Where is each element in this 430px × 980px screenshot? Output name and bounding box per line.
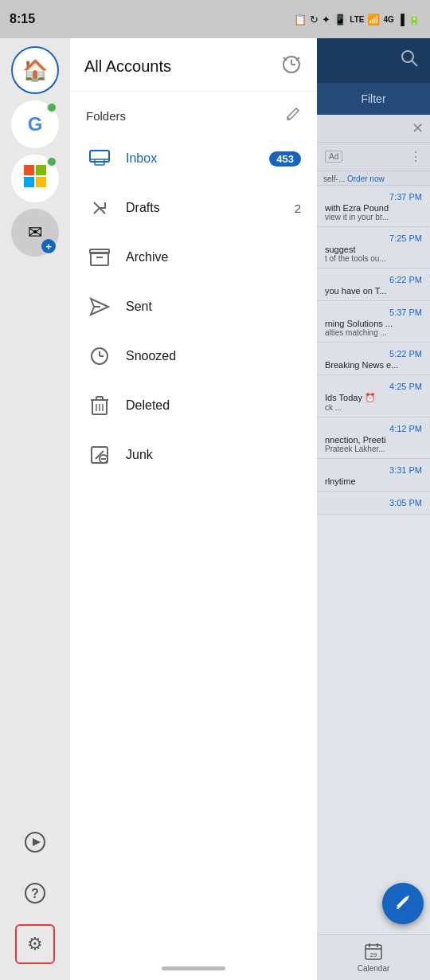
svg-rect-3 bbox=[36, 177, 46, 187]
svg-rect-1 bbox=[36, 165, 46, 175]
folder-item-deleted[interactable]: Deleted bbox=[78, 381, 309, 430]
calendar-label: Calendar bbox=[358, 964, 390, 973]
folder-item-inbox[interactable]: Inbox 453 bbox=[78, 134, 309, 183]
folder-junk-label: Junk bbox=[126, 448, 301, 462]
email-row[interactable]: 7:37 PM with Ezra Pound view it in your … bbox=[317, 186, 430, 227]
app-icon-office[interactable] bbox=[11, 155, 59, 202]
svg-line-18 bbox=[94, 208, 100, 214]
email-time-1: 7:25 PM bbox=[325, 233, 422, 243]
app-icon-google[interactable]: G bbox=[11, 100, 59, 148]
filter-bar[interactable]: Filter bbox=[317, 83, 430, 115]
google-badge bbox=[46, 102, 57, 113]
svg-rect-20 bbox=[90, 249, 109, 253]
search-icon[interactable] bbox=[400, 49, 419, 73]
svg-line-40 bbox=[412, 61, 417, 66]
email-row[interactable]: 5:22 PM Breaking News e... bbox=[317, 343, 430, 375]
drawer-title: All Accounts bbox=[84, 57, 171, 76]
wifi-icon: 📶 bbox=[367, 14, 380, 25]
status-time: 8:15 bbox=[10, 12, 35, 26]
app-icon-home[interactable]: 🏠 bbox=[11, 46, 59, 94]
folder-archive-label: Archive bbox=[126, 250, 301, 265]
folders-header: Folders bbox=[78, 92, 309, 134]
svg-marker-5 bbox=[33, 838, 41, 846]
svg-point-39 bbox=[402, 51, 413, 62]
mail-add-icon: ✉ bbox=[28, 222, 42, 243]
svg-rect-13 bbox=[90, 151, 109, 162]
email-preview-5: ck ... bbox=[325, 403, 422, 412]
calendar-icon: 29 bbox=[365, 943, 382, 964]
svg-text:29: 29 bbox=[370, 951, 377, 958]
email-time-7: 3:31 PM bbox=[325, 465, 422, 475]
email-time-0: 7:37 PM bbox=[325, 192, 422, 202]
app-icon-add-account[interactable]: ✉ + bbox=[11, 209, 59, 257]
calendar-bar[interactable]: 29 Calendar bbox=[317, 934, 430, 980]
junk-icon bbox=[86, 441, 113, 468]
alarm-icon[interactable] bbox=[280, 53, 303, 80]
gear-icon: ⚙ bbox=[27, 934, 43, 955]
svg-text:?: ? bbox=[31, 887, 39, 900]
email-row[interactable]: 7:25 PM suggest t of the tools ou... bbox=[317, 227, 430, 269]
email-row[interactable]: 3:31 PM rlnytime bbox=[317, 459, 430, 492]
email-row[interactable]: 6:22 PM you have on T... bbox=[317, 269, 430, 301]
ad-badge: Ad bbox=[325, 151, 342, 163]
4g-icon: 4G bbox=[383, 15, 393, 24]
email-sender-4: Breaking News e... bbox=[325, 360, 422, 370]
folder-item-drafts[interactable]: Drafts 2 bbox=[78, 183, 309, 233]
scroll-indicator bbox=[162, 966, 225, 970]
folder-item-junk[interactable]: Junk bbox=[78, 430, 309, 480]
svg-rect-0 bbox=[24, 165, 34, 175]
ad-preview: self-... Order now bbox=[317, 171, 430, 186]
deleted-icon bbox=[86, 392, 113, 419]
home-icon: 🏠 bbox=[22, 58, 48, 83]
email-preview-1: t of the tools ou... bbox=[325, 254, 422, 263]
folder-deleted-label: Deleted bbox=[126, 398, 301, 413]
folder-sent-label: Sent bbox=[126, 300, 301, 314]
edit-icon[interactable] bbox=[285, 106, 301, 126]
email-time-3: 5:37 PM bbox=[325, 308, 422, 317]
lte-icon: LTE bbox=[350, 15, 364, 24]
email-sender-1: suggest bbox=[325, 245, 422, 254]
drafts-icon bbox=[86, 194, 113, 221]
folders-section: Folders Inbox 453 bbox=[70, 92, 317, 956]
help-button[interactable]: ? bbox=[15, 873, 55, 913]
email-preview-3: alties matching ... bbox=[325, 328, 422, 337]
svg-rect-2 bbox=[24, 177, 34, 187]
drafts-count: 2 bbox=[295, 202, 301, 215]
left-sidebar: 🏠 G ✉ + ? bbox=[0, 38, 70, 980]
order-now-link[interactable]: Order now bbox=[347, 174, 385, 183]
status-bar: 8:15 📋 ↻ ✦ 📳 LTE 📶 4G ▐ 🔋 bbox=[0, 0, 430, 38]
email-time-4: 5:22 PM bbox=[325, 349, 422, 359]
bluetooth-icon: ✦ bbox=[322, 14, 330, 25]
compose-fab-button[interactable] bbox=[382, 883, 424, 924]
email-row[interactable]: 4:12 PM nnection, Preeti Prateek Lakher.… bbox=[317, 417, 430, 459]
office-icon bbox=[22, 163, 48, 194]
main-header bbox=[317, 38, 430, 83]
close-bar: ✕ bbox=[317, 115, 430, 143]
ad-menu-icon[interactable]: ⋮ bbox=[409, 149, 422, 164]
inbox-badge: 453 bbox=[269, 151, 301, 167]
email-time-8: 3:05 PM bbox=[325, 498, 422, 508]
email-row[interactable]: 5:37 PM rning Solutions ... alties match… bbox=[317, 301, 430, 343]
email-list: ✕ Ad ⋮ self-... Order now 7:37 PM with E… bbox=[317, 115, 430, 980]
drawer-bottom-bar bbox=[70, 956, 317, 980]
email-row[interactable]: 3:05 PM bbox=[317, 492, 430, 515]
folder-item-sent[interactable]: Sent bbox=[78, 282, 309, 331]
ad-row: Ad ⋮ bbox=[317, 143, 430, 171]
filter-label: Filter bbox=[361, 92, 385, 105]
folder-item-snoozed[interactable]: Snoozed bbox=[78, 331, 309, 381]
clipboard-icon: 📋 bbox=[294, 14, 307, 25]
play-button[interactable] bbox=[15, 822, 55, 862]
vibrate-icon: 📳 bbox=[334, 14, 346, 25]
signal-icon: ▐ bbox=[397, 14, 405, 25]
email-time-5: 4:25 PM bbox=[325, 382, 422, 391]
svg-rect-19 bbox=[91, 253, 108, 265]
close-icon[interactable]: ✕ bbox=[412, 120, 424, 137]
drawer-header: All Accounts bbox=[70, 38, 317, 92]
email-row[interactable]: 4:25 PM Ids Today ⏰ ck ... bbox=[317, 375, 430, 417]
email-time-6: 4:12 PM bbox=[325, 424, 422, 433]
sidebar-bottom: ? ⚙ bbox=[0, 822, 70, 964]
folders-label: Folders bbox=[86, 109, 126, 123]
settings-button[interactable]: ⚙ bbox=[15, 924, 55, 964]
folder-inbox-label: Inbox bbox=[126, 151, 269, 166]
folder-item-archive[interactable]: Archive bbox=[78, 233, 309, 282]
